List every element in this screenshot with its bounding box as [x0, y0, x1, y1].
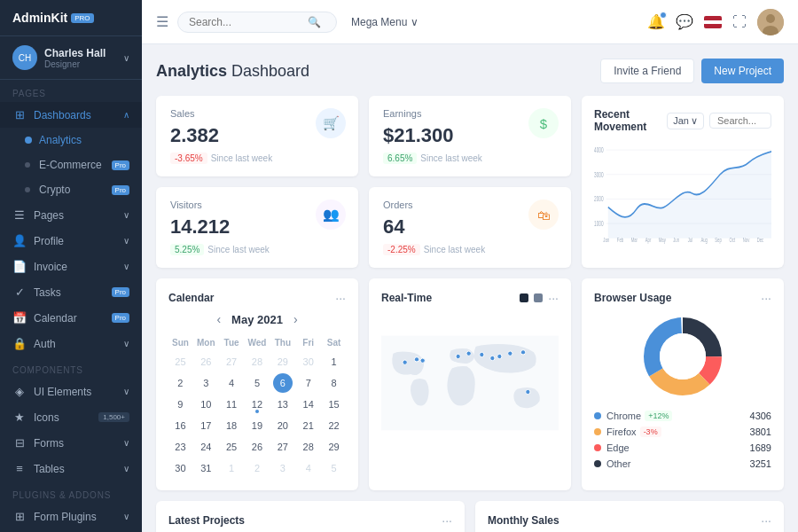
- sidebar-item-label: Analytics: [39, 134, 82, 146]
- sidebar-item-tasks[interactable]: ✓ Tasks Pro: [0, 279, 142, 305]
- calendar-day[interactable]: 12: [247, 395, 267, 414]
- change-badge: -2.25%: [383, 244, 420, 255]
- sidebar: AdminKit PRO CH Charles Hall Designer ∨ …: [0, 0, 142, 532]
- calendar-day[interactable]: 31: [196, 458, 215, 478]
- svg-point-29: [480, 352, 484, 356]
- calendar-day[interactable]: 25: [222, 437, 241, 457]
- sidebar-item-icons[interactable]: ★ Icons 1,500+: [0, 404, 142, 430]
- new-project-button[interactable]: New Project: [701, 59, 784, 83]
- realtime-card: Real-Time ···: [369, 278, 571, 490]
- calendar-day[interactable]: 7: [299, 373, 318, 393]
- search-input[interactable]: [189, 16, 304, 28]
- calendar-day[interactable]: 24: [196, 437, 215, 457]
- calendar-day[interactable]: 25: [170, 352, 190, 372]
- calendar-header: Calendar ···: [168, 291, 346, 305]
- calendar-day[interactable]: 26: [247, 437, 267, 457]
- calendar-day[interactable]: 13: [273, 395, 293, 414]
- sidebar-item-auth[interactable]: 🔒 Auth ∨: [0, 331, 142, 356]
- calendar-day[interactable]: 28: [247, 352, 267, 372]
- sidebar-item-crypto[interactable]: Crypto Pro: [0, 177, 142, 202]
- sidebar-item-calendar[interactable]: 📅 Calendar Pro: [0, 305, 142, 331]
- chevron-down-icon: ∨: [123, 438, 129, 448]
- calendar-day[interactable]: 19: [247, 416, 267, 435]
- calendar-day[interactable]: 28: [299, 437, 318, 457]
- sidebar-item-forms[interactable]: ⊟ Forms ∨: [0, 430, 142, 456]
- calendar-day[interactable]: 26: [196, 352, 215, 372]
- calendar-day[interactable]: 23: [170, 437, 190, 457]
- mega-menu[interactable]: Mega Menu ∨: [351, 16, 419, 28]
- calendar-day[interactable]: 17: [196, 416, 215, 435]
- sidebar-item-dashboards[interactable]: ⊞ Dashboards ∧: [0, 102, 142, 128]
- calendar-day[interactable]: 29: [273, 352, 293, 372]
- calendar-day[interactable]: 21: [299, 416, 318, 435]
- calendar-day[interactable]: 27: [273, 437, 293, 457]
- calendar-day[interactable]: 15: [325, 395, 344, 414]
- calendar-day[interactable]: 2: [170, 373, 190, 393]
- language-flag[interactable]: [704, 16, 722, 28]
- sidebar-item-ecommerce[interactable]: E-Commerce Pro: [0, 153, 142, 177]
- calendar-day[interactable]: 8: [325, 373, 344, 393]
- notifications-icon[interactable]: 🔔: [647, 13, 665, 30]
- hamburger-icon[interactable]: ☰: [156, 13, 168, 30]
- more-icon[interactable]: ···: [548, 291, 559, 305]
- next-month-button[interactable]: ›: [293, 312, 298, 326]
- edge-dot: [594, 444, 601, 451]
- svg-point-25: [414, 357, 419, 362]
- sidebar-item-ui-elements[interactable]: ◈ UI Elements ∨: [0, 379, 142, 404]
- calendar-day[interactable]: 20: [273, 416, 293, 435]
- calendar-day[interactable]: 18: [222, 416, 241, 435]
- calendar-day-today[interactable]: 6: [273, 373, 293, 393]
- sidebar-item-tables[interactable]: ≡ Tables ∨: [0, 456, 142, 481]
- sidebar-item-profile[interactable]: 👤 Profile ∨: [0, 228, 142, 254]
- calendar-day[interactable]: 30: [170, 458, 190, 478]
- calendar-day[interactable]: 5: [247, 373, 267, 393]
- realtime-header: Real-Time ···: [381, 291, 559, 305]
- calendar-day[interactable]: 14: [299, 395, 318, 414]
- calendar-day[interactable]: 5: [325, 458, 344, 478]
- month-select[interactable]: Jan ∨: [667, 113, 704, 129]
- invite-friend-button[interactable]: Invite a Friend: [600, 59, 694, 83]
- map-legend-light: [534, 293, 543, 302]
- calendar-day[interactable]: 22: [325, 416, 344, 435]
- realtime-title: Real-Time: [381, 292, 432, 304]
- more-icon[interactable]: ···: [761, 291, 771, 305]
- user-avatar-topbar[interactable]: [757, 9, 784, 35]
- calendar-day[interactable]: 16: [170, 416, 190, 435]
- change-badge: -3.65%: [170, 153, 207, 164]
- day-header: Thu: [270, 335, 294, 350]
- sidebar-item-form-plugins[interactable]: ⊞ Form Plugins ∨: [0, 504, 142, 529]
- calendar-day[interactable]: 4: [222, 373, 241, 393]
- invoice-icon: 📄: [12, 260, 27, 273]
- calendar-day[interactable]: 1: [325, 352, 344, 372]
- calendar-day[interactable]: 1: [222, 458, 241, 478]
- svg-text:Oct: Oct: [730, 237, 736, 243]
- ui-icon: ◈: [12, 385, 27, 398]
- more-icon[interactable]: ···: [442, 513, 452, 528]
- calendar-day[interactable]: 9: [170, 395, 190, 414]
- calendar-day[interactable]: 27: [222, 352, 241, 372]
- stat-card-sales: Sales 2.382 🛒 -3.65% Since last week: [156, 96, 358, 176]
- svg-point-28: [466, 351, 471, 356]
- svg-text:Jun: Jun: [673, 237, 679, 243]
- fullscreen-icon[interactable]: ⛶: [732, 14, 747, 30]
- calendar-day[interactable]: 11: [222, 395, 241, 414]
- chevron-up-icon: ∧: [123, 110, 129, 120]
- calendar-day[interactable]: 3: [273, 458, 293, 478]
- more-icon[interactable]: ···: [335, 291, 346, 305]
- more-icon[interactable]: ···: [761, 513, 771, 528]
- calendar-day[interactable]: 29: [325, 437, 344, 457]
- sidebar-item-analytics[interactable]: Analytics: [0, 128, 142, 153]
- messages-icon[interactable]: 💬: [676, 13, 693, 30]
- calendar-day[interactable]: 3: [196, 373, 215, 393]
- calendar-day[interactable]: 4: [299, 458, 318, 478]
- sidebar-item-pages[interactable]: ☰ Pages ∨: [0, 202, 142, 228]
- stat-card-visitors: Visitors 14.212 👥 5.25% Since last week: [156, 187, 358, 268]
- sidebar-user[interactable]: CH Charles Hall Designer ∨: [0, 36, 142, 80]
- calendar-day[interactable]: 30: [299, 352, 318, 372]
- prev-month-button[interactable]: ‹: [216, 312, 221, 326]
- main-area: ☰ 🔍 Mega Menu ∨ 🔔 💬 ⛶ Analytics: [142, 0, 798, 532]
- sidebar-item-invoice[interactable]: 📄 Invoice ∨: [0, 254, 142, 279]
- calendar-day[interactable]: 2: [247, 458, 267, 478]
- calendar-day[interactable]: 10: [196, 395, 215, 414]
- movement-search[interactable]: [709, 113, 771, 129]
